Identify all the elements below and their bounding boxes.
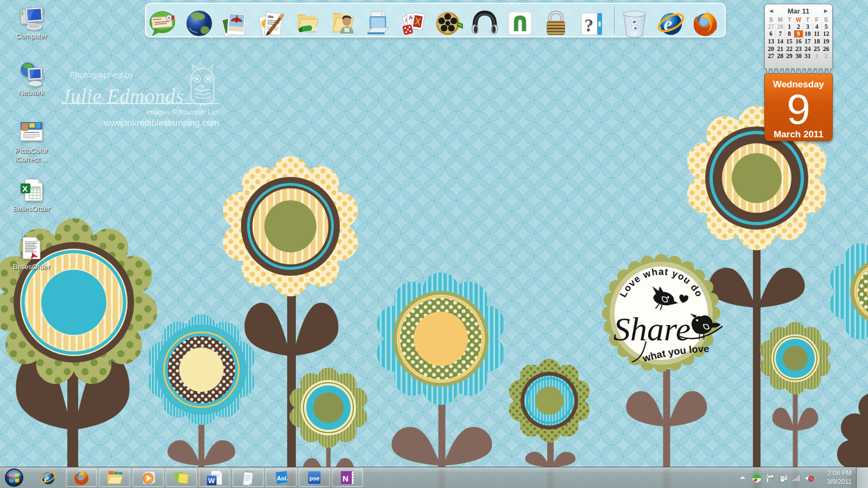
svg-text:W: W [208,477,216,485]
svg-text:Images © Stampin’ Up!: Images © Stampin’ Up! [147,108,219,116]
svg-text:N: N [343,474,349,483]
svg-text:Julie Edmonds: Julie Edmonds [61,85,183,107]
svg-text:Share: Share [613,310,690,347]
svg-text:Aol.: Aol. [277,475,288,481]
svg-text:?: ? [585,15,594,35]
svg-text:X: X [22,184,28,193]
svg-text:Photographed by: Photographed by [69,70,134,79]
svg-text:www.inkrediblestamping.com: www.inkrediblestamping.com [103,118,219,128]
svg-text:pse: pse [309,475,320,481]
